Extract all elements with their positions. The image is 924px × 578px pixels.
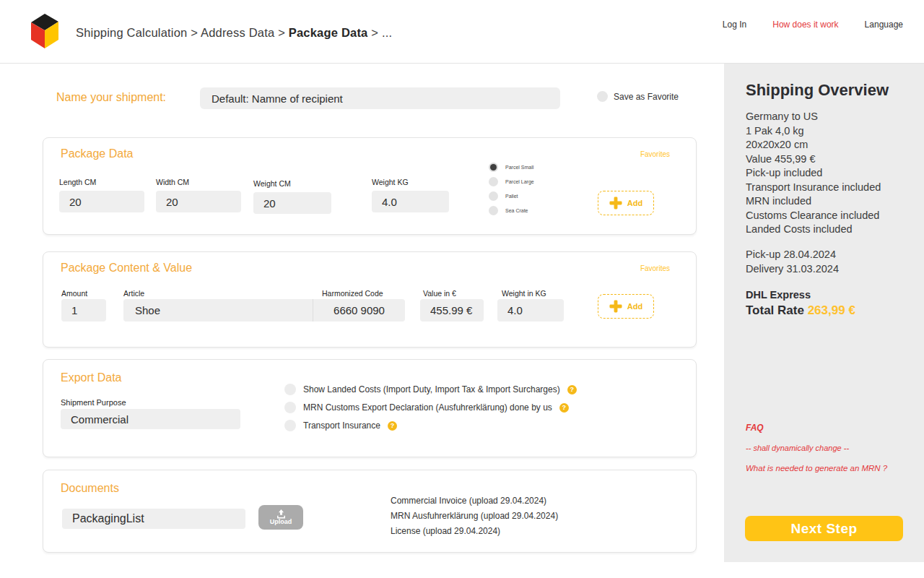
width-field: Width CM [156,178,241,212]
mrn-declaration-option: MRN Customs Export Declaration (Ausfuhre… [284,402,569,413]
package-content-title: Package Content & Value [61,262,192,275]
document-filename-input[interactable] [62,509,245,529]
total-rate: Total Rate 263,99 € [746,303,855,318]
document-entry: MRN Ausfuhrerklärung (upload 29.04.2024) [391,511,558,526]
shipment-name-label: Name your shipment: [56,91,166,104]
add-button-label: Add [627,199,642,207]
radio-icon[interactable] [489,206,498,215]
header-links: Log In How does it work Language [723,20,903,30]
login-link[interactable]: Log In [723,20,746,30]
parcel-option-label: Sea Crate [505,208,528,213]
harmonized-code-input[interactable] [313,299,405,322]
landed-costs-checkbox[interactable] [284,384,296,395]
package-data-add-button[interactable]: Add [598,191,654,215]
summary-line: Landed Costs included [746,223,881,237]
length-input[interactable] [59,191,144,212]
shipping-overview-sidebar: Shipping Overview Germany to US 1 Pak 4,… [724,64,924,562]
breadcrumb-separator: > [278,26,285,39]
package-content-favorites-link[interactable]: Favorites [640,264,670,272]
amount-input[interactable] [61,299,106,322]
uploaded-documents-list: Commercial Invoice (upload 29.04.2024) M… [391,496,558,541]
summary-line: MRN included [746,194,881,209]
documents-title: Documents [61,482,119,495]
item-weight-label: Weight in KG [502,289,546,298]
shipment-summary: Germany to US 1 Pak 4,0 kg 20x20x20 cm V… [746,110,881,237]
package-content-card: Package Content & Value Favorites Amount… [43,251,697,348]
parcel-option-3[interactable]: Sea Crate [489,203,534,217]
depth-field: Weight CM [253,179,331,214]
weight-label: Weight KG [372,178,449,186]
shipment-purpose-input[interactable] [61,409,240,429]
breadcrumb-ellipsis: ... [382,26,392,39]
shipment-dates: Pick-up 28.04.2024 Delivery 31.03.2024 [746,248,839,276]
parcel-option-0[interactable]: Parcel Small [489,160,534,174]
article-input[interactable] [123,299,313,322]
package-data-title: Package Data [61,147,134,160]
pickup-date: Pick-up 28.04.2024 [746,248,839,262]
save-favorite-label: Save as Favorite [614,92,679,102]
landed-costs-option: Show Landed Costs (Import Duty, Import T… [284,384,577,395]
export-data-card: Export Data Shipment Purpose Show Landed… [43,359,697,457]
mrn-declaration-checkbox[interactable] [284,402,296,413]
summary-line: Customs Clearance included [746,209,881,223]
depth-label: Weight CM [253,179,331,188]
total-rate-label: Total Rate [746,303,804,317]
amount-label: Amount [61,289,87,298]
screen: Shipping Calculation > Address Data > Pa… [0,0,924,578]
summary-line: Germany to US [746,110,881,124]
brand-cube-logo[interactable] [29,13,61,49]
weight-input[interactable] [372,191,449,212]
transport-insurance-checkbox[interactable] [284,420,296,431]
upload-button[interactable]: Upload [258,505,303,530]
item-weight-input[interactable] [497,299,564,322]
next-step-button[interactable]: Next Step [745,516,903,541]
package-data-card: Package Data Favorites Length CM Width C… [43,137,697,235]
save-favorite-checkbox[interactable] [597,91,608,102]
parcel-option-2[interactable]: Pallet [489,189,534,203]
package-content-add-button[interactable]: Add [598,294,654,319]
breadcrumb-separator: > [191,26,198,39]
parcel-option-label: Parcel Small [505,165,533,170]
harmonized-code-label: Harmonized Code [322,289,383,298]
help-icon[interactable]: ? [559,403,569,413]
breadcrumb-address-data[interactable]: Address Data [201,26,274,39]
parcel-option-1[interactable]: Parcel Large [489,174,534,189]
breadcrumb: Shipping Calculation > Address Data > Pa… [76,26,392,40]
language-link[interactable]: Language [865,20,903,30]
faq-question-link[interactable]: What is needed to generate an MRN ? [746,464,887,473]
upload-button-label: Upload [270,518,292,525]
faq-placeholder-note: -- shall dynamically change -- [746,444,849,452]
breadcrumb-shipping-calculation[interactable]: Shipping Calculation [76,26,187,39]
width-input[interactable] [156,191,241,212]
shipment-purpose-label: Shipment Purpose [61,398,126,407]
parcel-option-label: Parcel Large [505,179,534,184]
length-field: Length CM [59,178,144,212]
summary-line: Pick-up included [746,166,881,181]
package-data-favorites-link[interactable]: Favorites [640,150,670,158]
value-input[interactable] [420,299,484,322]
radio-icon[interactable] [489,163,498,172]
length-label: Length CM [59,178,144,186]
faq-title: FAQ [746,423,764,433]
help-icon[interactable]: ? [388,421,397,431]
mrn-declaration-label: MRN Customs Export Declaration (Ausfuhre… [303,402,552,413]
total-rate-value: 263,99 € [808,303,855,317]
parcel-type-radio-group: Parcel Small Parcel Large Pallet Sea Cra… [489,160,534,217]
summary-line: Value 455,99 € [746,152,881,167]
radio-icon[interactable] [489,177,498,186]
document-entry: Commercial Invoice (upload 29.04.2024) [391,496,558,511]
weight-field: Weight KG [372,178,449,212]
carrier-name: DHL Express [746,289,811,301]
summary-line: 20x20x20 cm [746,138,881,152]
summary-line: 1 Pak 4,0 kg [746,124,881,139]
help-icon[interactable]: ? [567,385,577,394]
header: Shipping Calculation > Address Data > Pa… [0,0,924,64]
transport-insurance-label: Transport Insurance [303,420,380,431]
breadcrumb-package-data[interactable]: Package Data [289,26,368,39]
transport-insurance-option: Transport Insurance ? [284,420,397,431]
parcel-option-label: Pallet [505,194,518,199]
shipment-name-input[interactable] [200,87,560,109]
radio-icon[interactable] [489,191,498,201]
depth-input[interactable] [253,192,331,214]
how-does-it-work-link[interactable]: How does it work [772,20,838,30]
